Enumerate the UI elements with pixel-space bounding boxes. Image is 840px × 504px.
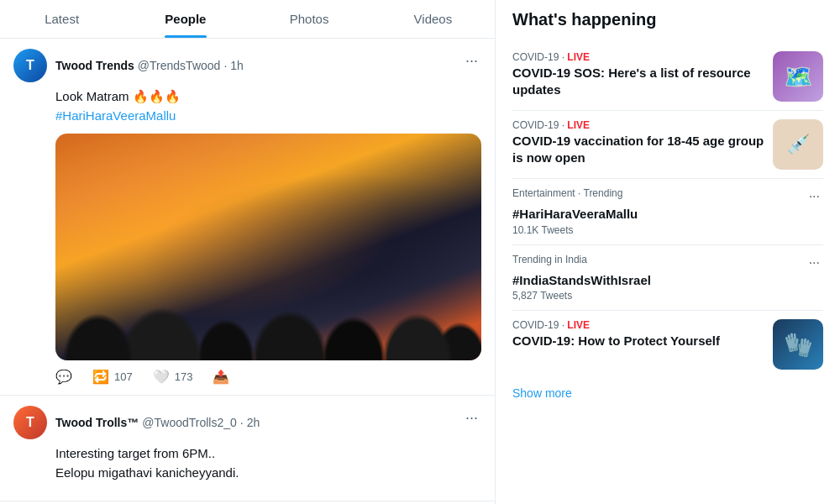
trend-image: 🗺️ <box>773 51 823 102</box>
sidebar: What's happening COVID-19 · LIVE COVID-1… <box>496 0 840 504</box>
like-icon: 🤍 <box>153 369 170 385</box>
trend-title[interactable]: COVID-19 vaccination for 18-45 age group… <box>512 133 764 165</box>
trend-category: Entertainment · Trending <box>512 187 622 199</box>
tweet-more-button[interactable]: ··· <box>462 49 481 73</box>
tweet-text: Interesting target from 6PM.. Eelopu mig… <box>55 444 481 482</box>
trend-options-button[interactable]: ··· <box>806 254 823 272</box>
tweet-handle: @TwoodTrolls2_0 <box>142 416 237 429</box>
retweet-count: 107 <box>114 370 133 383</box>
tweet-time: 1h <box>230 59 244 72</box>
tweet-handle: @TrendsTwood <box>138 59 221 72</box>
live-badge: LIVE <box>567 51 590 63</box>
like-count: 173 <box>175 370 193 383</box>
trend-count: 10.1K Tweets <box>512 224 823 236</box>
tweet-header: T Twood Trolls™ @TwoodTrolls2_0 · 2h ··· <box>13 406 481 439</box>
trend-title[interactable]: #HariHaraVeeraMallu <box>512 206 823 223</box>
trend-image: 🧤 <box>773 319 823 370</box>
retweet-icon: 🔁 <box>92 369 109 385</box>
trend-title[interactable]: #IndiaStandsWithIsrael <box>512 272 823 289</box>
tab-photos[interactable]: Photos <box>248 0 371 38</box>
trend-category: COVID-19 · LIVE <box>512 119 764 131</box>
tab-people[interactable]: People <box>123 0 247 38</box>
tab-bar: Latest People Photos Videos <box>0 0 495 39</box>
tweet-name: Twood Trends <box>55 59 134 72</box>
trend-info: Trending in India ··· #IndiaStandsWithIs… <box>512 254 823 302</box>
tweet-text: Look Matram 🔥🔥🔥 #HariHaraVeeraMallu <box>55 87 481 125</box>
trend-category: COVID-19 · LIVE <box>512 319 764 331</box>
crowd-silhouette <box>55 226 481 360</box>
tweet-time: 2h <box>247 416 260 429</box>
trend-info: COVID-19 · LIVE COVID-19 SOS: Here's a l… <box>512 51 764 99</box>
live-badge: LIVE <box>567 119 590 131</box>
tweet-actions: 💬 🔁 107 🤍 173 📤 <box>55 369 481 385</box>
like-action[interactable]: 🤍 173 <box>153 369 193 385</box>
share-action[interactable]: 📤 <box>213 369 229 385</box>
trend-category: Trending in India <box>512 254 587 265</box>
tab-videos[interactable]: Videos <box>371 0 495 38</box>
tweet-card: T Twood Trends @TrendsTwood · 1h ··· Loo… <box>0 39 495 396</box>
reply-icon: 💬 <box>55 369 72 385</box>
live-badge: LIVE <box>567 319 590 331</box>
tweet-card: T Twood Trolls™ @TwoodTrolls2_0 · 2h ···… <box>0 396 495 501</box>
trend-info: Entertainment · Trending ··· #HariHaraVe… <box>512 187 823 236</box>
trend-item: Trending in India ··· #IndiaStandsWithIs… <box>512 245 823 312</box>
tweet-name: Twood Trolls™ <box>55 416 139 429</box>
tweet-header: T Twood Trends @TrendsTwood · 1h ··· <box>13 49 481 82</box>
feed-column: Latest People Photos Videos T Twood Tren… <box>0 0 496 504</box>
trend-category: COVID-19 · LIVE <box>512 51 764 63</box>
sidebar-title: What's happening <box>512 10 823 29</box>
tweet-more-button[interactable]: ··· <box>462 406 481 430</box>
trend-count: 5,827 Tweets <box>512 290 823 302</box>
tweet-hashtag-link[interactable]: #HariHaraVeeraMallu <box>55 108 176 123</box>
trend-info: COVID-19 · LIVE COVID-19 vaccination for… <box>512 119 764 167</box>
trend-item: COVID-19 · LIVE COVID-19 vaccination for… <box>512 111 823 179</box>
trend-options-button[interactable]: ··· <box>806 187 823 206</box>
show-more-link[interactable]: Show more <box>512 378 823 408</box>
tweet-meta: Twood Trends @TrendsTwood · 1h <box>55 59 244 72</box>
trend-item: COVID-19 · LIVE COVID-19 SOS: Here's a l… <box>512 43 823 111</box>
tab-latest[interactable]: Latest <box>0 0 123 38</box>
trend-item: COVID-19 · LIVE COVID-19: How to Protect… <box>512 311 823 378</box>
retweet-action[interactable]: 🔁 107 <box>92 369 133 385</box>
trend-title[interactable]: COVID-19 SOS: Here's a list of resource … <box>512 65 764 97</box>
reply-action[interactable]: 💬 <box>55 369 72 385</box>
trend-image: 💉 <box>773 119 823 170</box>
avatar: T <box>13 49 47 82</box>
share-icon: 📤 <box>213 369 229 385</box>
tweet-image <box>55 134 481 360</box>
tweet-meta: Twood Trolls™ @TwoodTrolls2_0 · 2h <box>55 416 260 429</box>
trend-item: Entertainment · Trending ··· #HariHaraVe… <box>512 179 823 245</box>
avatar: T <box>13 406 47 439</box>
trend-title[interactable]: COVID-19: How to Protect Yourself <box>512 333 764 349</box>
trend-info: COVID-19 · LIVE COVID-19: How to Protect… <box>512 319 764 351</box>
